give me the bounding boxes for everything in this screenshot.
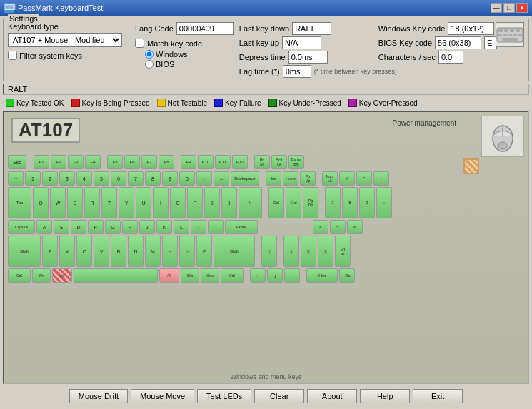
- mouse-drift-button[interactable]: Mouse Drift: [69, 389, 128, 403]
- key-o[interactable]: O: [170, 187, 186, 218]
- key-slash[interactable]: /?: [196, 236, 212, 267]
- minimize-button[interactable]: —: [491, 3, 502, 13]
- key-enter[interactable]: Enter: [225, 220, 258, 234]
- key-f8[interactable]: F8: [159, 155, 174, 169]
- key-f5[interactable]: F5: [107, 155, 123, 169]
- key-0[interactable]: 0: [179, 171, 195, 186]
- key-home[interactable]: Home: [283, 171, 298, 186]
- key-f[interactable]: F: [88, 220, 104, 234]
- key-num-plus[interactable]: +: [376, 187, 392, 218]
- key-s[interactable]: S: [54, 220, 69, 234]
- key-backspace[interactable]: Backspace: [231, 171, 259, 186]
- key-u[interactable]: U: [136, 187, 151, 218]
- bios-radio[interactable]: [145, 60, 154, 69]
- key-g[interactable]: G: [105, 220, 121, 234]
- key-ralt[interactable]: Alt: [159, 268, 179, 283]
- key-v[interactable]: V: [94, 236, 109, 267]
- key-h[interactable]: H: [122, 220, 138, 234]
- key-period[interactable]: .>: [179, 236, 195, 267]
- key-capslock[interactable]: Caps Lk: [8, 220, 35, 234]
- key-num4[interactable]: 4: [313, 220, 328, 234]
- key-f7[interactable]: F7: [141, 155, 157, 169]
- clear-button[interactable]: Clear: [254, 389, 304, 403]
- key-w[interactable]: W: [50, 187, 66, 218]
- key-j[interactable]: J: [139, 220, 155, 234]
- key-num1[interactable]: 1: [283, 236, 299, 267]
- key-c[interactable]: C: [76, 236, 92, 267]
- key-lshift[interactable]: Shift: [8, 236, 41, 267]
- key-rctrl[interactable]: Ctrl: [221, 268, 244, 283]
- key-num9[interactable]: 9: [359, 187, 375, 218]
- key-esc[interactable]: Esc: [8, 155, 26, 169]
- key-l[interactable]: L: [174, 220, 189, 234]
- key-4[interactable]: 4: [76, 171, 92, 186]
- key-equal[interactable]: =: [214, 171, 229, 186]
- maximize-button[interactable]: □: [503, 3, 515, 13]
- key-num0[interactable]: 0 Ins: [306, 268, 338, 283]
- key-y[interactable]: Y: [119, 187, 134, 218]
- key-backslash[interactable]: \|: [239, 187, 262, 218]
- close-button[interactable]: ✕: [516, 3, 528, 13]
- key-9[interactable]: 9: [162, 171, 178, 186]
- key-b[interactable]: B: [111, 236, 126, 267]
- key-x[interactable]: X: [59, 236, 75, 267]
- key-num3[interactable]: 3: [318, 236, 333, 267]
- match-key-code-checkbox[interactable]: [135, 39, 144, 48]
- key-scroll[interactable]: ScrlLk: [271, 155, 287, 169]
- keyboard-type-select[interactable]: AT107 + Mouse - Modified: [8, 33, 122, 47]
- key-a[interactable]: A: [36, 220, 52, 234]
- key-comma[interactable]: ,<: [162, 236, 178, 267]
- key-pgup[interactable]: PgUp: [300, 171, 316, 186]
- key-p[interactable]: P: [187, 187, 203, 218]
- key-end[interactable]: End: [286, 187, 301, 218]
- key-numlock[interactable]: NumLk: [322, 171, 338, 186]
- key-lalt[interactable]: Alt: [52, 268, 72, 283]
- key-right[interactable]: →: [284, 268, 300, 283]
- key-f2[interactable]: F2: [51, 155, 66, 169]
- key-insert[interactable]: Ins: [266, 171, 281, 186]
- key-pause[interactable]: PauseBrk: [288, 155, 304, 169]
- key-delete[interactable]: Del: [268, 187, 284, 218]
- test-leds-button[interactable]: Test LEDs: [197, 389, 251, 403]
- key-rbracket[interactable]: ]}: [221, 187, 237, 218]
- key-minus[interactable]: -: [196, 171, 212, 186]
- key-5[interactable]: 5: [94, 171, 109, 186]
- key-rwin[interactable]: Win: [181, 268, 199, 283]
- key-num-enter[interactable]: Enter: [335, 236, 351, 267]
- key-n[interactable]: N: [128, 236, 144, 267]
- key-space[interactable]: [74, 268, 158, 283]
- key-m[interactable]: M: [145, 236, 161, 267]
- key-num-slash[interactable]: /: [339, 171, 355, 186]
- exit-button[interactable]: Exit: [413, 389, 463, 403]
- key-menu[interactable]: Menu: [201, 268, 219, 283]
- key-lwin[interactable]: Win: [32, 268, 51, 283]
- key-left[interactable]: ←: [250, 268, 266, 283]
- key-q[interactable]: Q: [33, 187, 49, 218]
- key-semicolon[interactable]: ;:: [191, 220, 206, 234]
- key-6[interactable]: 6: [111, 171, 126, 186]
- windows-radio[interactable]: [145, 50, 154, 59]
- key-lbracket[interactable]: [{: [204, 187, 220, 218]
- key-t[interactable]: T: [101, 187, 117, 218]
- key-num5[interactable]: 5: [330, 220, 346, 234]
- key-num-star[interactable]: *: [356, 171, 372, 186]
- key-f6[interactable]: F6: [124, 155, 140, 169]
- key-pgdn[interactable]: PgDn: [303, 187, 318, 218]
- key-d[interactable]: D: [71, 220, 86, 234]
- key-num-minus[interactable]: -: [373, 171, 389, 186]
- key-tab[interactable]: Tab: [8, 187, 31, 218]
- key-3[interactable]: 3: [59, 171, 75, 186]
- key-up[interactable]: ↑: [261, 236, 277, 267]
- filter-system-keys-checkbox[interactable]: [8, 51, 17, 60]
- key-r[interactable]: R: [84, 187, 100, 218]
- key-num8[interactable]: 8: [342, 187, 358, 218]
- key-k[interactable]: K: [156, 220, 172, 234]
- key-2[interactable]: 2: [42, 171, 58, 186]
- key-7[interactable]: 7: [128, 171, 144, 186]
- help-button[interactable]: Help: [360, 389, 410, 403]
- key-num6[interactable]: 6: [347, 220, 363, 234]
- key-lctrl[interactable]: Ctrl: [8, 268, 31, 283]
- key-num2[interactable]: 2: [301, 236, 316, 267]
- lang-code-input[interactable]: [176, 22, 234, 35]
- key-e[interactable]: E: [67, 187, 83, 218]
